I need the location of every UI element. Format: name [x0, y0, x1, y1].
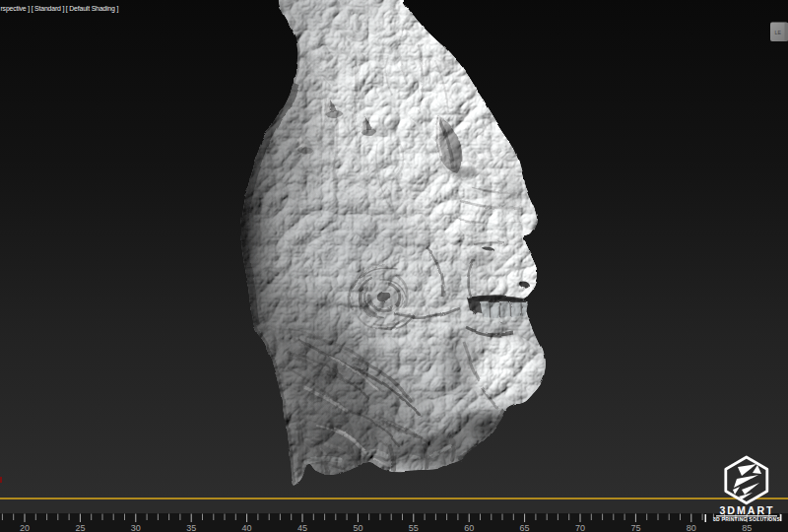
svg-text:25: 25 [75, 523, 85, 532]
svg-text:60: 60 [464, 523, 474, 532]
svg-text:65: 65 [520, 523, 530, 532]
svg-text:80: 80 [687, 523, 696, 532]
svg-text:75: 75 [630, 523, 640, 532]
svg-text:70: 70 [575, 523, 585, 532]
svg-text:LE: LE [775, 30, 782, 35]
svg-text:30: 30 [131, 523, 141, 532]
svg-text:45: 45 [297, 523, 307, 532]
svg-text:rspective ] [ Standard ] [ Def: rspective ] [ Standard ] [ Default Shadi… [1, 5, 119, 13]
svg-text:35: 35 [186, 523, 196, 532]
svg-text:50: 50 [353, 523, 362, 532]
svg-text:3D PRINTING SOLUTIONS: 3D PRINTING SOLUTIONS [713, 516, 780, 522]
svg-text:85: 85 [742, 523, 752, 532]
svg-text:3DMART: 3DMART [719, 504, 774, 516]
svg-text:20: 20 [20, 523, 30, 532]
svg-text:55: 55 [409, 523, 419, 532]
svg-text:40: 40 [242, 523, 252, 532]
